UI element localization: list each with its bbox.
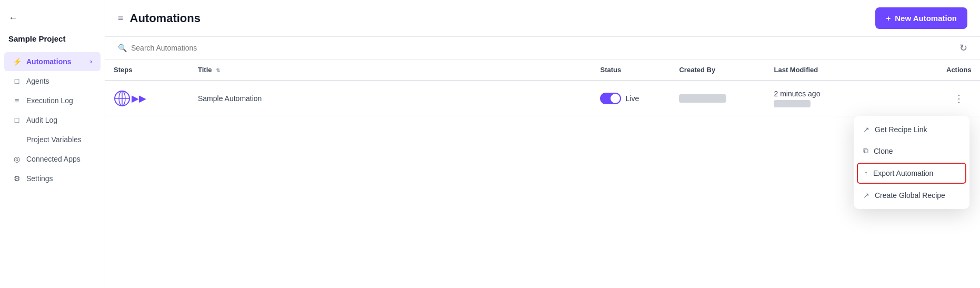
create-global-recipe-icon: ↗ (863, 191, 869, 200)
actions-cell: ⋮ (938, 81, 980, 116)
dropdown-item-label: Create Global Recipe (875, 191, 945, 200)
status-toggle[interactable] (600, 93, 621, 104)
export-automation-icon: ↑ (864, 169, 868, 177)
sidebar-item-label: Agents (26, 77, 49, 85)
dropdown-item-label: Export Automation (873, 169, 933, 177)
new-automation-button[interactable]: + New Automation (875, 7, 967, 29)
automations-table: Steps Title ⇅ Status Created By Last Mod… (105, 59, 980, 288)
sidebar-item-automations[interactable]: ⚡ Automations › (4, 52, 101, 71)
automations-icon: ⚡ (13, 57, 21, 66)
col-header-steps: Steps (105, 59, 189, 81)
table-row: ▶▶ Sample Automation Live (105, 81, 980, 116)
search-bar: 🔍 ↻ (105, 37, 980, 59)
title-cell: Sample Automation (189, 81, 592, 116)
refresh-icon[interactable]: ↻ (959, 42, 967, 54)
status-label: Live (625, 94, 639, 103)
col-header-title[interactable]: Title ⇅ (189, 59, 592, 81)
avatar-blur (679, 94, 726, 103)
clone-icon: ⧉ (863, 146, 868, 155)
settings-icon: ⚙ (13, 174, 21, 183)
agents-icon: □ (13, 77, 21, 85)
dropdown-item-label: Clone (874, 147, 893, 155)
sidebar-item-label: Settings (26, 174, 53, 183)
project-variables-icon (13, 135, 21, 144)
page-title: Automations (130, 12, 201, 25)
sidebar-item-settings[interactable]: ⚙ Settings (4, 169, 101, 188)
dropdown-item-create-global-recipe[interactable]: ↗ Create Global Recipe (854, 185, 969, 206)
last-modified-text: 2 minutes ago (774, 90, 929, 98)
sidebar-item-connected-apps[interactable]: ◎ Connected Apps (4, 150, 101, 168)
sidebar-item-agents[interactable]: □ Agents (4, 72, 101, 91)
header: ≡ Automations + New Automation (105, 0, 980, 37)
sidebar-item-label: Audit Log (26, 116, 57, 124)
sidebar-item-audit-log[interactable]: □ Audit Log (4, 111, 101, 130)
sidebar: ← Sample Project ⚡ Automations › □ Agent… (0, 0, 105, 288)
project-title: Sample Project (0, 32, 105, 52)
sidebar-item-label: Project Variables (26, 135, 82, 144)
back-button[interactable]: ← (0, 8, 105, 28)
last-modified-blur (774, 100, 811, 107)
dropdown-menu: ↗ Get Recipe Link ⧉ Clone ↑ Export Autom… (854, 116, 969, 209)
col-header-actions: Actions (938, 59, 980, 81)
search-icon: 🔍 (118, 44, 127, 52)
plus-icon: + (886, 14, 891, 23)
dropdown-item-clone[interactable]: ⧉ Clone (854, 140, 969, 162)
dropdown-item-label: Get Recipe Link (875, 125, 927, 134)
more-actions-button[interactable]: ⋮ (949, 90, 968, 107)
sidebar-item-label: Automations (26, 57, 72, 66)
table-header-row: Steps Title ⇅ Status Created By Last Mod… (105, 59, 980, 81)
last-modified-cell: 2 minutes ago (765, 81, 938, 116)
sidebar-item-label: Connected Apps (26, 155, 81, 163)
search-input[interactable] (131, 44, 236, 52)
sidebar-item-label: Execution Log (26, 96, 73, 105)
globe-icon (114, 90, 131, 107)
sort-icon: ⇅ (216, 67, 220, 73)
hamburger-icon[interactable]: ≡ (118, 13, 124, 24)
steps-icons: ▶▶ (114, 90, 181, 107)
nav-items: ⚡ Automations › □ Agents ≡ Execution Log… (0, 52, 105, 188)
dropdown-item-get-recipe-link[interactable]: ↗ Get Recipe Link (854, 119, 969, 140)
get-recipe-link-icon: ↗ (863, 125, 869, 134)
col-header-created-by: Created By (671, 59, 765, 81)
status-cell: Live (592, 81, 671, 116)
automation-title: Sample Automation (198, 94, 262, 103)
steps-cell: ▶▶ (105, 81, 189, 116)
search-wrap: 🔍 (118, 44, 236, 52)
arrow-right-icon: ▶▶ (132, 93, 146, 104)
back-arrow-icon: ← (8, 13, 18, 24)
col-header-status: Status (592, 59, 671, 81)
status-toggle-wrap: Live (600, 93, 662, 104)
chevron-icon: › (90, 58, 92, 65)
dropdown-item-export-automation[interactable]: ↑ Export Automation (857, 163, 966, 184)
new-automation-label: New Automation (895, 14, 957, 23)
sidebar-item-project-variables[interactable]: Project Variables (4, 130, 101, 149)
main-content: ≡ Automations + New Automation 🔍 ↻ Steps (105, 0, 980, 288)
sidebar-item-execution-log[interactable]: ≡ Execution Log (4, 91, 101, 110)
execution-log-icon: ≡ (13, 96, 21, 105)
connected-apps-icon: ◎ (13, 155, 21, 163)
created-by-cell (671, 81, 765, 116)
header-left: ≡ Automations (118, 12, 201, 25)
audit-log-icon: □ (13, 116, 21, 124)
col-header-last-modified: Last Modified (765, 59, 938, 81)
